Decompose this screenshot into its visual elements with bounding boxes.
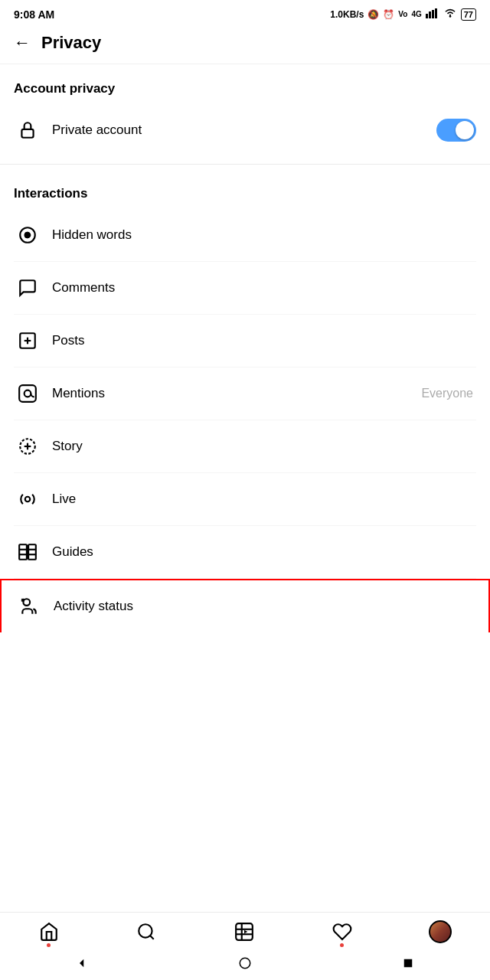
svg-point-4	[449, 15, 451, 18]
account-privacy-title: Account privacy	[14, 81, 476, 96]
private-account-toggle[interactable]	[436, 119, 476, 142]
android-home-icon[interactable]	[238, 956, 252, 973]
guides-label: Guides	[52, 544, 476, 560]
nav-reels[interactable]	[234, 921, 255, 942]
svg-point-16	[25, 497, 31, 502]
posts-item[interactable]: Posts	[14, 315, 476, 368]
svg-point-7	[25, 233, 31, 238]
mentions-label: Mentions	[52, 386, 421, 401]
svg-rect-2	[432, 10, 434, 18]
svg-marker-33	[80, 959, 83, 968]
bottom-nav	[0, 912, 490, 949]
svg-rect-3	[435, 8, 437, 18]
story-icon	[14, 433, 41, 460]
activity-status-item[interactable]: Activity status	[0, 579, 490, 632]
android-square-icon[interactable]	[401, 956, 415, 973]
svg-rect-17	[19, 544, 27, 560]
svg-point-26	[139, 924, 152, 937]
nav-search[interactable]	[136, 921, 157, 942]
account-privacy-section: Account privacy Private account	[0, 64, 490, 156]
reels-icon	[234, 921, 255, 942]
status-bar: 9:08 AM 1.0KB/s 🔕 ⏰ Vo 4G 77	[0, 0, 490, 25]
header: ← Privacy	[0, 25, 490, 64]
back-button[interactable]: ←	[14, 33, 31, 53]
section-divider	[0, 164, 490, 165]
lock-icon	[14, 116, 41, 144]
svg-rect-35	[404, 959, 413, 968]
svg-point-34	[240, 958, 250, 969]
page-title: Privacy	[41, 33, 101, 53]
interactions-section: Interactions Hidden words Comments	[0, 172, 490, 632]
activity-status-icon	[15, 593, 43, 620]
alarm-icon: ⏰	[383, 9, 394, 20]
svg-rect-11	[19, 385, 36, 402]
hidden-words-label: Hidden words	[52, 227, 476, 243]
heart-icon	[332, 921, 353, 942]
hidden-words-item[interactable]: Hidden words	[14, 209, 476, 262]
guides-icon	[14, 538, 41, 566]
wifi-icon	[443, 8, 457, 21]
mentions-value: Everyone	[421, 387, 473, 400]
home-dot	[47, 943, 51, 947]
posts-label: Posts	[52, 333, 476, 348]
comments-item[interactable]: Comments	[14, 262, 476, 315]
live-label: Live	[52, 492, 476, 507]
story-label: Story	[52, 439, 476, 454]
svg-rect-18	[28, 544, 36, 560]
android-back-icon[interactable]	[75, 956, 89, 973]
svg-rect-5	[21, 129, 33, 138]
mute-icon: 🔕	[368, 9, 379, 20]
mentions-icon	[14, 380, 41, 407]
status-time: 9:08 AM	[14, 8, 54, 21]
nav-home[interactable]	[38, 921, 60, 942]
story-item[interactable]: Story	[14, 420, 476, 473]
nav-activity[interactable]	[332, 921, 353, 942]
posts-icon	[14, 327, 41, 354]
svg-point-12	[24, 390, 31, 397]
android-nav	[0, 949, 490, 980]
comments-icon	[14, 274, 41, 302]
private-account-label: Private account	[52, 122, 436, 138]
4g-icon: 4G	[411, 10, 421, 18]
svg-rect-0	[426, 14, 428, 18]
svg-marker-32	[244, 930, 247, 933]
activity-dot	[340, 943, 344, 947]
mentions-item[interactable]: Mentions Everyone	[14, 368, 476, 420]
activity-status-label: Activity status	[54, 599, 475, 614]
search-icon	[136, 921, 157, 942]
profile-avatar	[429, 920, 452, 943]
private-account-item[interactable]: Private account	[14, 104, 476, 156]
svg-line-27	[150, 936, 154, 939]
interactions-title: Interactions	[14, 186, 476, 201]
live-icon	[14, 485, 41, 513]
home-icon	[38, 921, 60, 942]
hidden-words-icon	[14, 221, 41, 249]
nav-profile[interactable]	[429, 920, 452, 943]
network-speed: 1.0KB/s	[330, 9, 364, 20]
comments-label: Comments	[52, 280, 476, 296]
guides-item[interactable]: Guides	[14, 526, 476, 579]
status-icons: 1.0KB/s 🔕 ⏰ Vo 4G 77	[330, 8, 476, 21]
live-item[interactable]: Live	[14, 473, 476, 526]
svg-rect-1	[429, 11, 431, 18]
signal-icon	[426, 8, 439, 21]
battery-icon: 77	[461, 8, 476, 21]
volte-icon: Vo	[398, 10, 407, 18]
